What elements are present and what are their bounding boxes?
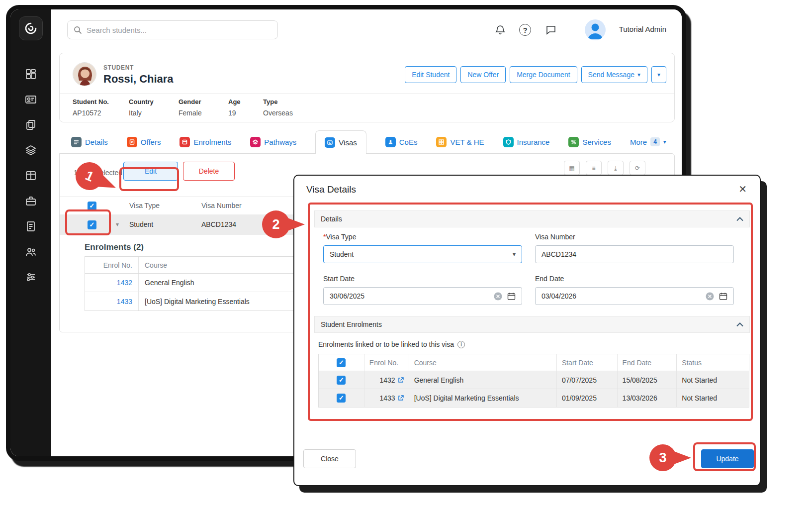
info-gender: GenderFemale: [179, 98, 202, 117]
visa-type-select[interactable]: Student ▾: [323, 245, 522, 263]
sidebar-item-offers[interactable]: [10, 112, 51, 137]
status-cell: Not Started: [677, 389, 749, 407]
panel-toolbar-button-3[interactable]: ⤓: [608, 161, 624, 175]
enrol-no-link[interactable]: 1433: [85, 292, 139, 310]
messages-button[interactable]: [545, 24, 557, 36]
dashboard-icon: [25, 68, 37, 80]
calendar-icon[interactable]: [719, 292, 727, 301]
student-search[interactable]: [67, 20, 278, 39]
question-icon: ?: [523, 26, 527, 34]
info-icon[interactable]: i: [457, 341, 465, 348]
panel-toolbar-button-4[interactable]: ⟳: [630, 161, 645, 175]
sidebar-item-finance[interactable]: [10, 213, 51, 239]
modal-enrolments-table: Enrol No. Course Start Date End Date Sta…: [318, 354, 749, 408]
tab-vet-he[interactable]: VET & HE: [436, 130, 484, 154]
tab-insurance[interactable]: Insurance: [503, 130, 550, 154]
status-cell: Not Started: [677, 371, 749, 389]
caret-down-icon: ▾: [637, 71, 640, 78]
tab-more[interactable]: More 4 ▾: [630, 130, 666, 154]
help-button[interactable]: ?: [519, 24, 531, 36]
sidebar-item-employers[interactable]: [10, 188, 51, 213]
tab-services[interactable]: Services: [568, 130, 611, 154]
end-date-input[interactable]: 03/04/2026: [535, 287, 734, 305]
tab-visas[interactable]: Visas: [315, 130, 366, 154]
visa-number-column-header: Visa Number: [201, 202, 242, 209]
start-date-label: Start Date: [323, 275, 355, 283]
enrolments-heading: Enrolments (2): [85, 242, 144, 252]
tab-enrolments[interactable]: Enrolments: [180, 130, 231, 154]
row-checkbox[interactable]: [337, 394, 346, 403]
topbar: ? Tutorial Admin: [51, 9, 682, 50]
row-checkbox[interactable]: [88, 220, 96, 229]
modal-enrolment-row: 1433 [UoS] Digital Marketing Essentials …: [319, 389, 749, 407]
student-eyebrow-label: STUDENT: [103, 64, 134, 71]
more-actions-button[interactable]: ▾: [651, 66, 666, 83]
columns-icon: [25, 170, 37, 182]
student-actions: Edit Student New Offer Merge Document Se…: [405, 66, 666, 83]
user-name[interactable]: Tutorial Admin: [619, 25, 666, 33]
search-input[interactable]: [87, 26, 271, 34]
user-avatar-icon: [585, 19, 606, 40]
panel-toolbar-button-2[interactable]: ≡: [586, 161, 602, 175]
update-button[interactable]: Update: [701, 449, 754, 468]
course-column-header: Course: [409, 354, 557, 371]
app-logo[interactable]: [19, 16, 43, 40]
student-enrolments-section-header[interactable]: Student Enrolments: [314, 316, 750, 333]
visa-number-input[interactable]: ABCD1234: [535, 245, 734, 263]
tab-pathways[interactable]: Pathways: [250, 130, 296, 154]
delete-visa-button[interactable]: Delete: [183, 162, 235, 181]
chat-bubble-icon: [545, 24, 557, 36]
tab-offers[interactable]: Offers: [127, 130, 161, 154]
modal-close-button[interactable]: Close: [303, 449, 356, 468]
start-date-input[interactable]: 30/06/2025: [323, 287, 522, 305]
bell-icon: [494, 24, 506, 36]
user-avatar[interactable]: [585, 19, 606, 40]
sidebar-item-students[interactable]: [10, 87, 51, 112]
panel-toolbar-button-1[interactable]: ▦: [564, 161, 580, 175]
details-section-header[interactable]: Details: [314, 210, 750, 227]
tab-coes[interactable]: CoEs: [385, 130, 418, 154]
edit-student-button[interactable]: Edit Student: [405, 66, 456, 83]
row-expander-icon[interactable]: ▾: [116, 221, 119, 228]
enrol-no-column-header: Enrol No.: [364, 354, 409, 371]
sidebar-item-dashboard[interactable]: [10, 61, 51, 87]
tab-details[interactable]: Details: [71, 130, 108, 154]
start-date-cell: 01/09/2025: [557, 389, 618, 407]
enrol-no-link[interactable]: 1432: [85, 274, 139, 292]
caret-down-icon: ▾: [513, 251, 516, 258]
screenshot-stage: ? Tutorial Admin: [0, 0, 812, 514]
sidebar-item-courses[interactable]: [10, 137, 51, 163]
start-date-cell: 07/07/2025: [557, 371, 618, 389]
row-checkbox[interactable]: [337, 376, 346, 385]
select-all-checkbox[interactable]: [337, 358, 346, 367]
details-section-title: Details: [321, 215, 342, 223]
enrol-no-cell: 1433: [379, 394, 395, 402]
card-divider: [60, 93, 674, 94]
close-icon[interactable]: ✕: [738, 183, 747, 195]
sidebar-item-agents[interactable]: [10, 239, 51, 264]
merge-document-button[interactable]: Merge Document: [510, 66, 577, 83]
info-country: CountryItaly: [129, 98, 154, 117]
end-date-label: End Date: [535, 275, 564, 283]
edit-visa-button[interactable]: Edit: [123, 162, 178, 181]
send-message-button[interactable]: Send Message ▾: [581, 66, 647, 83]
sidebar-nav: [10, 61, 51, 290]
clear-icon[interactable]: [494, 292, 502, 301]
external-link-icon[interactable]: [398, 377, 404, 383]
info-student-no: Student No.AP10572: [73, 98, 109, 117]
sidebar-item-settings[interactable]: [10, 264, 51, 290]
chevron-up-icon[interactable]: [736, 217, 743, 221]
sidebar-item-boards[interactable]: [10, 163, 51, 188]
end-date-column-header: End Date: [618, 354, 677, 371]
new-offer-button[interactable]: New Offer: [460, 66, 506, 83]
calendar-icon[interactable]: [507, 292, 516, 301]
clear-icon[interactable]: [706, 292, 714, 301]
select-all-checkbox[interactable]: [88, 202, 96, 210]
chevron-up-icon[interactable]: [736, 322, 743, 327]
modal-title: Visa Details: [306, 184, 356, 195]
pathways-tab-icon: [250, 137, 261, 147]
layers-icon: [25, 144, 37, 156]
caret-down-icon: ▾: [657, 71, 660, 78]
notifications-button[interactable]: [494, 24, 506, 36]
external-link-icon[interactable]: [398, 395, 404, 401]
